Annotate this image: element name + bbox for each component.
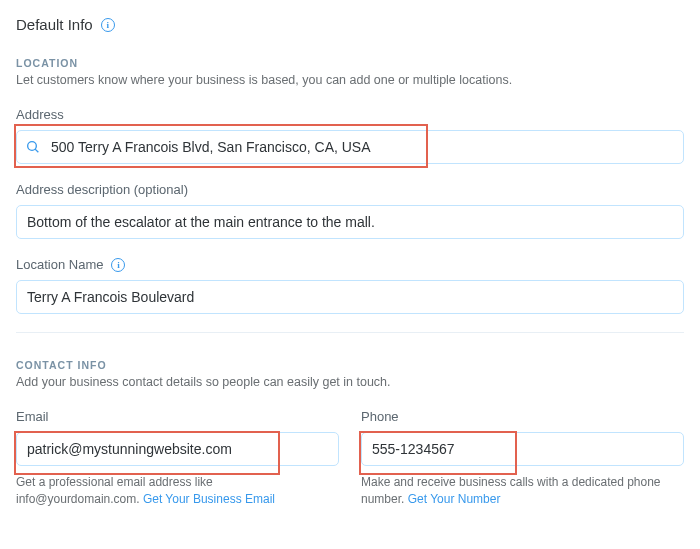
location-name-wrap <box>16 280 684 314</box>
email-wrap <box>16 432 339 466</box>
address-desc-input[interactable] <box>16 205 684 239</box>
location-section-label: LOCATION <box>16 57 684 69</box>
address-field-wrap <box>16 130 684 164</box>
phone-input[interactable] <box>361 432 684 466</box>
location-name-label: Location Name i <box>16 257 684 272</box>
get-number-link[interactable]: Get Your Number <box>408 492 501 506</box>
contact-section-desc: Add your business contact details so peo… <box>16 375 684 389</box>
email-input[interactable] <box>16 432 339 466</box>
contact-columns: Email Get a professional email address l… <box>16 409 684 509</box>
info-icon[interactable]: i <box>101 18 115 32</box>
page-title: Default Info <box>16 16 93 33</box>
contact-section-label: CONTACT INFO <box>16 359 684 371</box>
location-name-input[interactable] <box>16 280 684 314</box>
phone-label: Phone <box>361 409 684 424</box>
email-label: Email <box>16 409 339 424</box>
email-column: Email Get a professional email address l… <box>16 409 339 509</box>
page-header: Default Info i <box>16 16 684 33</box>
email-hint: Get a professional email address like in… <box>16 474 339 509</box>
location-section: LOCATION Let customers know where your b… <box>16 57 684 314</box>
address-desc-label: Address description (optional) <box>16 182 684 197</box>
phone-hint: Make and receive business calls with a d… <box>361 474 684 509</box>
address-desc-wrap <box>16 205 684 239</box>
phone-wrap <box>361 432 684 466</box>
location-name-label-text: Location Name <box>16 257 103 272</box>
phone-hint-text: Make and receive business calls with a d… <box>361 475 661 506</box>
section-divider <box>16 332 684 333</box>
address-label: Address <box>16 107 684 122</box>
info-icon[interactable]: i <box>111 258 125 272</box>
address-input[interactable] <box>16 130 684 164</box>
location-section-desc: Let customers know where your business i… <box>16 73 684 87</box>
contact-section: CONTACT INFO Add your business contact d… <box>16 359 684 509</box>
phone-column: Phone Make and receive business calls wi… <box>361 409 684 509</box>
get-email-link[interactable]: Get Your Business Email <box>143 492 275 506</box>
